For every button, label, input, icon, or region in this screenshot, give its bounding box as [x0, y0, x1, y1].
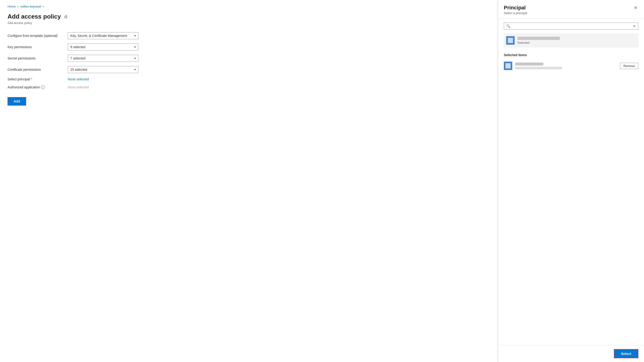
form-table: Configure from template (optional) Key, … — [8, 32, 163, 105]
authorized-app-control: None selected — [68, 85, 163, 89]
secret-permissions-label: Secret permissions — [8, 56, 64, 60]
add-button[interactable]: Add — [8, 97, 26, 105]
page-title: Add access policy — [8, 13, 61, 20]
info-icon[interactable]: i — [41, 85, 45, 89]
select-button[interactable]: Select — [614, 349, 638, 358]
select-principal-row: Select principal * None selected — [8, 77, 163, 81]
print-icon[interactable]: 🖨 — [64, 14, 68, 19]
breadcrumb-home[interactable]: Home — [8, 5, 16, 8]
cert-permissions-value: 15 selected — [70, 68, 87, 71]
avatar — [506, 36, 515, 45]
authorized-app-label: Authorized application i — [8, 85, 64, 89]
configure-label: Configure from template (optional) — [8, 34, 64, 38]
breadcrumb-sep2: > — [42, 5, 44, 8]
panel-header-text: Principal Select a principal — [504, 5, 527, 15]
chevron-down-icon: ▾ — [134, 68, 136, 71]
chevron-down-icon: ▾ — [134, 34, 136, 37]
breadcrumb-sep1: > — [17, 5, 19, 8]
avatar-inner — [508, 38, 513, 43]
selected-item-name-placeholder — [515, 62, 543, 66]
breadcrumb: Home > nellies-keyvault > — [8, 5, 490, 8]
page-subtitle: Add access policy — [8, 21, 490, 25]
secret-permissions-dropdown[interactable]: 7 selected ▾ — [68, 55, 138, 62]
authorized-app-row: Authorized application i None selected — [8, 85, 163, 89]
secret-permissions-control: 7 selected ▾ — [68, 55, 163, 62]
configure-control: Key, Secret, & Certificate Management ▾ — [68, 32, 163, 39]
select-principal-label: Select principal * — [8, 77, 64, 81]
remove-button[interactable]: Remove — [620, 63, 638, 69]
select-principal-link[interactable]: None selected — [68, 77, 89, 81]
key-permissions-control: 9 selected ▾ — [68, 43, 163, 50]
principal-name-placeholder — [518, 37, 560, 40]
breadcrumb-keyvault[interactable]: nellies-keyvault — [20, 5, 41, 8]
search-box[interactable]: 🔍 ✕ — [504, 22, 638, 30]
selected-items-title: Selected items — [504, 53, 638, 57]
cert-permissions-control: 15 selected ▾ — [68, 66, 163, 73]
selected-item-row: Remove — [504, 60, 638, 72]
page-title-row: Add access policy 🖨 — [8, 13, 490, 20]
panel-title: Principal — [504, 5, 527, 11]
select-principal-control: None selected — [68, 77, 163, 81]
panel-footer: Select — [498, 345, 644, 362]
principal-list-item[interactable]: Selected — [504, 33, 638, 47]
principal-info: Selected — [518, 37, 636, 44]
key-permissions-value: 9 selected — [70, 45, 86, 49]
close-button[interactable]: ✕ — [633, 5, 638, 11]
chevron-down-icon: ▾ — [134, 45, 136, 49]
secret-permissions-row: Secret permissions 7 selected ▾ — [8, 55, 163, 62]
configure-dropdown-value: Key, Secret, & Certificate Management — [70, 34, 127, 38]
key-permissions-label: Key permissions — [8, 45, 64, 49]
required-indicator: * — [31, 77, 32, 81]
configure-row: Configure from template (optional) Key, … — [8, 32, 163, 39]
left-panel: Home > nellies-keyvault > Add access pol… — [0, 0, 498, 362]
cert-permissions-row: Certificate permissions 15 selected ▾ — [8, 66, 163, 73]
chevron-down-icon: ▾ — [134, 57, 136, 60]
configure-dropdown[interactable]: Key, Secret, & Certificate Management ▾ — [68, 32, 138, 39]
panel-body: 🔍 ✕ Selected Selected items — [498, 19, 644, 345]
authorized-app-link: None selected — [68, 85, 89, 89]
principal-selected-label: Selected — [518, 41, 636, 44]
selected-item-sub-placeholder — [515, 67, 562, 69]
key-permissions-dropdown[interactable]: 9 selected ▾ — [68, 43, 138, 50]
search-icon: 🔍 — [506, 24, 510, 28]
selected-item-avatar — [504, 62, 512, 70]
secret-permissions-value: 7 selected — [70, 56, 86, 60]
panel-subtitle: Select a principal — [504, 11, 527, 15]
principal-panel: Principal Select a principal ✕ 🔍 ✕ Selec… — [498, 0, 644, 362]
cert-permissions-label: Certificate permissions — [8, 68, 64, 71]
key-permissions-row: Key permissions 9 selected ▾ — [8, 43, 163, 50]
search-input[interactable] — [512, 24, 631, 28]
avatar-inner — [505, 63, 511, 69]
clear-search-icon[interactable]: ✕ — [633, 24, 636, 28]
cert-permissions-dropdown[interactable]: 15 selected ▾ — [68, 66, 138, 73]
selected-items-section: Selected items Remove — [504, 53, 638, 72]
selected-item-info — [515, 62, 617, 69]
panel-header: Principal Select a principal ✕ — [498, 0, 644, 19]
